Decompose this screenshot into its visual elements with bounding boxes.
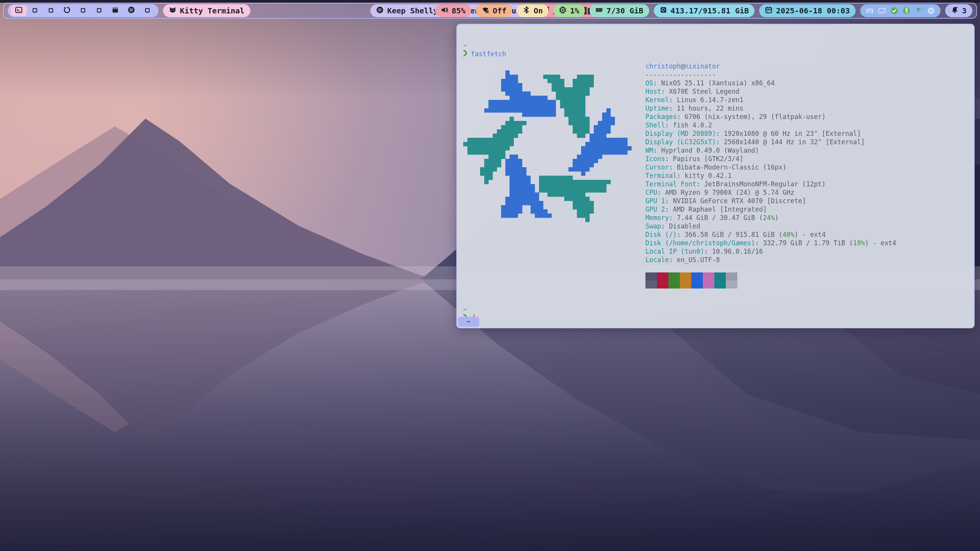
screenshot-lock-icon[interactable]: [878, 7, 886, 15]
clock-module[interactable]: 2025-06-18 00:03: [759, 4, 856, 17]
ram-icon: [595, 6, 603, 16]
kitty-terminal-window[interactable]: ~ fastfetch christoph@nixinator --------…: [456, 24, 975, 328]
fastfetch-line: OS: NixOS 25.11 (Xantusia) x86_64: [645, 79, 896, 87]
fastfetch-line: Memory: 7.44 GiB / 30.47 GiB (24%): [645, 214, 896, 222]
volume-label: 85%: [452, 6, 466, 15]
bar-right-modules: 85%OffOn1%7/30 GiB413.17/915.81 GiB2025-…: [435, 3, 972, 18]
nixos-logo: [463, 62, 632, 230]
fastfetch-line: GPU 1: NVIDIA GeForce RTX 4070 [Discrete…: [645, 197, 896, 205]
fastfetch-line: Icons: Papirus [GTK2/3/4]: [645, 155, 896, 163]
workspaces-module: [8, 4, 158, 17]
bar-left-modules: Kitty Terminal: [8, 3, 250, 18]
fastfetch-line: Host: X670E Steel Legend: [645, 87, 896, 96]
fastfetch-line: Kernel: Linux 6.14.7-zen1: [645, 96, 896, 104]
fastfetch-line: CPU: AMD Ryzen 9 7900X (24) @ 5.74 GHz: [645, 188, 896, 197]
disk-label: 413.17/915.81 GiB: [671, 6, 749, 15]
network-module[interactable]: Off: [476, 4, 512, 17]
fastfetch-info: christoph@nixinator ------------------ O…: [645, 62, 896, 289]
harddisk-icon: [660, 6, 667, 16]
palette-swatch: [691, 272, 703, 280]
clock-label: 2025-06-18 00:03: [776, 6, 850, 15]
workspace-6[interactable]: [91, 5, 107, 16]
bluetooth-label: On: [534, 6, 543, 15]
prompt-chevron-icon: [463, 50, 467, 59]
palette-swatch: [714, 272, 726, 280]
palette-swatch: [657, 280, 668, 289]
kitty-tab[interactable]: ~: [458, 317, 479, 327]
fastfetch-line: Shell: fish 4.0.2: [645, 121, 896, 129]
wifi-off-icon: [482, 6, 489, 16]
palette-swatch: [691, 280, 703, 289]
fastfetch-line: Disk (/home/christoph/Games): 332.79 GiB…: [645, 239, 896, 247]
disk-module[interactable]: 413.17/915.81 GiB: [654, 4, 755, 17]
palette-swatch: [726, 272, 737, 280]
terminal-color-palette: [645, 272, 896, 289]
fastfetch-line: Uptime: 11 hours, 22 mins: [645, 104, 896, 112]
palette-swatch: [680, 280, 691, 289]
keyboard-icon[interactable]: [866, 7, 874, 15]
palette-swatch: [668, 272, 680, 280]
chip-icon: [559, 6, 567, 16]
spotify-light-icon[interactable]: [927, 7, 935, 15]
fastfetch-line: Display (LC32G5xT): 980x551 @ 144 Hz i…: [645, 138, 896, 146]
fastfetch-line: Swap: Disabled: [645, 222, 896, 230]
workspace-8[interactable]: [123, 5, 139, 16]
palette-swatch: [703, 272, 714, 280]
system-tray: [860, 4, 941, 17]
cpu-label: 1%: [570, 6, 579, 15]
palette-swatch: [680, 272, 691, 280]
speaker-icon: [441, 6, 448, 16]
cat-icon: [169, 6, 176, 16]
palette-swatch: [668, 280, 680, 289]
kitty-tab-bar: ~: [458, 317, 479, 327]
workspace-7[interactable]: [107, 5, 123, 16]
workspace-3[interactable]: [43, 5, 59, 16]
fastfetch-title: christoph@nixinator: [645, 62, 896, 70]
workspace-1-active[interactable]: [11, 5, 27, 16]
volume-module[interactable]: 85%: [435, 4, 471, 17]
workspace-4[interactable]: [59, 5, 75, 16]
palette-swatch: [726, 280, 737, 289]
fastfetch-line: Packages: 6706 (nix-system), 29 (flatpak…: [645, 112, 896, 121]
workspace-2[interactable]: [27, 5, 43, 16]
palette-swatch: [714, 280, 726, 289]
fastfetch-line: Cursor: Bibata-Modern-Classic (16px): [645, 163, 896, 171]
memory-label: 7/30 GiB: [606, 6, 643, 15]
square-icon: [80, 6, 86, 15]
palette-swatch: [645, 280, 657, 289]
palette-swatch: [703, 280, 714, 289]
fastfetch-line: Display (MD 20889): 1920x1080 @ 60 Hz in…: [645, 129, 896, 138]
spotify-dark-icon: [127, 6, 135, 16]
fastfetch-separator: ------------------: [645, 70, 896, 79]
palette-swatch: [645, 272, 657, 280]
fastfetch-line: Disk (/): 366.58 GiB / 915.81 GiB (40%) …: [645, 230, 896, 239]
prompt2-cwd: ~: [463, 305, 968, 314]
bluetooth-icon: [523, 6, 530, 16]
bluetooth-module[interactable]: On: [517, 4, 549, 17]
active-window-module[interactable]: Kitty Terminal: [163, 4, 250, 17]
window-icon: [111, 6, 119, 16]
square-icon: [144, 6, 150, 15]
fastfetch-line: Locale: en_US.UTF-8: [645, 256, 896, 264]
network-label: Off: [493, 6, 506, 15]
memory-module[interactable]: 7/30 GiB: [590, 4, 649, 17]
fastfetch-line: Terminal: kitty 0.42.1: [645, 171, 896, 180]
refresh-icon: [63, 6, 71, 16]
bell-icon: [951, 6, 959, 16]
terminal-icon: [15, 6, 23, 16]
active-window-title: Kitty Terminal: [180, 6, 245, 15]
fastfetch-line: WM: Hyprland 0.49.0 (Wayland): [645, 146, 896, 155]
fastfetch-output: christoph@nixinator ------------------ O…: [463, 62, 968, 289]
prompt1-cwd: ~: [463, 41, 968, 50]
prompt2-line[interactable]: [463, 314, 968, 322]
workspace-9[interactable]: [139, 5, 155, 16]
workspace-5[interactable]: [75, 5, 91, 16]
cpu-module[interactable]: 1%: [553, 4, 585, 17]
prompt1-command: fastfetch: [471, 50, 506, 58]
fastfetch-line: Terminal Font: JetBrainsMonoNFM-Regular …: [645, 180, 896, 188]
check-circle-icon[interactable]: [890, 7, 898, 15]
key-circle-icon[interactable]: [903, 7, 910, 15]
vpn-check-icon[interactable]: [915, 7, 923, 15]
square-icon: [48, 6, 54, 15]
notifications-module[interactable]: 3: [945, 4, 972, 17]
